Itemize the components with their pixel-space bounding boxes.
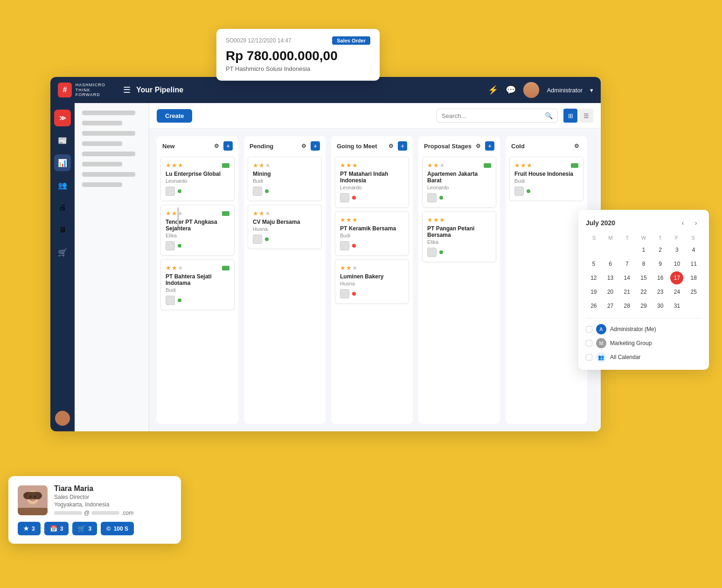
column-settings-pending[interactable]: ⚙	[299, 141, 309, 151]
list-view-button[interactable]: ☰	[579, 109, 593, 123]
calendar-day-14[interactable]: 14	[620, 271, 633, 284]
calendar-day-10[interactable]: 10	[670, 257, 683, 270]
nav-line-6	[82, 162, 122, 166]
grid-view-button[interactable]: ⊞	[563, 109, 577, 123]
calendar-day-17[interactable]: 17	[670, 271, 683, 284]
chat-icon[interactable]: 💬	[506, 85, 516, 95]
calendar-day-16[interactable]: 16	[654, 271, 667, 284]
sidebar-item-users[interactable]: 👥	[54, 177, 71, 194]
calendar-day-12[interactable]: 12	[587, 271, 600, 284]
search-input[interactable]	[442, 112, 545, 119]
profile-credits-button[interactable]: © 100 S	[101, 522, 134, 535]
calendar-day-21[interactable]: 21	[620, 285, 633, 298]
column-title-going: Going to Meet	[337, 143, 377, 150]
calendar-day-27[interactable]: 27	[604, 299, 617, 312]
profile-calendar-button[interactable]: 📅 3	[44, 522, 69, 535]
calendar-day-18[interactable]: 18	[687, 271, 700, 284]
calendar-prev[interactable]: ‹	[677, 217, 688, 228]
sidebar-item-print[interactable]: 🖨	[54, 199, 71, 216]
sidebar-item-cart[interactable]: 🛒	[54, 244, 71, 261]
sidebar-item-notifications[interactable]: ≫	[54, 110, 71, 126]
credits-icon: ©	[106, 525, 111, 532]
calendar-day-13[interactable]: 13	[604, 271, 617, 284]
card-flag	[222, 266, 229, 270]
card-title: Apartemen Jakarta Barat	[427, 171, 491, 184]
calendar-checkbox-all[interactable]	[586, 354, 592, 360]
calendar-day-25[interactable]: 25	[687, 285, 700, 298]
nav-line-8	[82, 182, 122, 187]
column-actions-cold: ⚙	[571, 141, 582, 151]
profile-stars-button[interactable]: ★ 3	[18, 522, 41, 535]
card-cv-maju[interactable]: ★ ★ ★ CV Maju Bersama Husna	[248, 205, 322, 249]
calendar-day-30[interactable]: 30	[654, 299, 667, 312]
calendar-checkbox-admin[interactable]	[586, 326, 592, 332]
main-content: ≫ 📰 📊 👥 🖨 🖥 🛒	[50, 103, 601, 431]
column-settings-new[interactable]: ⚙	[211, 141, 222, 151]
card-luminen[interactable]: ★ ★ ★ Luminen Bakery Husna	[335, 259, 409, 304]
column-add-going[interactable]: +	[398, 141, 407, 151]
column-settings-going[interactable]: ⚙	[386, 141, 396, 151]
calendar-day-24[interactable]: 24	[670, 285, 683, 298]
create-button[interactable]: Create	[157, 109, 192, 123]
column-settings-proposal[interactable]: ⚙	[473, 141, 483, 151]
calendar-day-2[interactable]: 2	[654, 243, 667, 256]
column-add-proposal[interactable]: +	[485, 141, 494, 151]
card-title: Lu Enterprise Global	[166, 171, 229, 177]
status-dot	[439, 250, 443, 254]
calendar-day-6[interactable]: 6	[604, 257, 617, 270]
card-lu-enterprise[interactable]: ★ ★ ★ Lu Enterprise Global Leonardo	[160, 157, 235, 201]
profile-cart-button[interactable]: 🛒 3	[72, 522, 97, 535]
calendar-day-23[interactable]: 23	[654, 285, 667, 298]
card-pangan[interactable]: ★ ★ ★ PT Pangan Petani Bersama Elika	[422, 211, 496, 262]
card-stars: ★ ★ ★	[514, 162, 532, 169]
calendar-day-19[interactable]: 19	[587, 285, 600, 298]
calendar-day-15[interactable]: 15	[637, 271, 650, 284]
calendar-day-1[interactable]: 1	[637, 243, 650, 256]
calendar-day-8[interactable]: 8	[637, 257, 650, 270]
calendar-day-11[interactable]: 11	[687, 257, 700, 270]
calendar-day-28[interactable]: 28	[620, 299, 633, 312]
card-apartemen[interactable]: ★ ★ ★ Apartemen Jakarta Barat Leonardo	[422, 157, 496, 208]
app-window: # HASHMICRO THINK FORWARD ☰ Your Pipelin…	[50, 77, 601, 431]
calendar-day-9[interactable]: 9	[654, 257, 667, 270]
column-settings-cold[interactable]: ⚙	[571, 141, 582, 151]
calendar-day-3[interactable]: 3	[670, 243, 683, 256]
calendar-day-26[interactable]: 26	[587, 299, 600, 312]
column-add-new[interactable]: +	[223, 141, 233, 151]
sidebar-item-monitor[interactable]: 🖥	[54, 221, 71, 238]
calendar-day-31[interactable]: 31	[670, 299, 683, 312]
column-header-cold: Cold ⚙	[506, 136, 587, 154]
calendar-next[interactable]: ›	[690, 217, 701, 228]
sidebar-item-reports[interactable]: 📰	[54, 132, 71, 149]
calendar-checkbox-marketing[interactable]	[586, 340, 592, 346]
sidebar-item-chart[interactable]: 📊	[54, 154, 71, 171]
card-fruit-house[interactable]: ★ ★ ★ Fruit House Indonesia Budi	[509, 157, 583, 201]
lightning-icon[interactable]: ⚡	[488, 85, 498, 95]
card-person: Budi	[340, 233, 404, 238]
svg-rect-5	[23, 492, 42, 499]
calendar-list: A Administrator (Me) M Marketing Group 👥…	[586, 324, 701, 362]
card-bahtera[interactable]: ★ ★ ★ PT Bahtera Sejati Indotama Budi	[160, 259, 235, 310]
sidebar-user-avatar[interactable]	[55, 411, 70, 426]
admin-avatar[interactable]	[523, 82, 539, 98]
calendar-day-7[interactable]: 7	[620, 257, 633, 270]
card-avatar	[340, 241, 349, 250]
column-add-pending[interactable]: +	[311, 141, 320, 151]
avatar-face	[523, 82, 539, 98]
calendar-day-20[interactable]: 20	[604, 285, 617, 298]
card-keramik[interactable]: ★ ★ ★ PT Keramik Bersama Budi	[335, 211, 409, 256]
calendar-day-29[interactable]: 29	[637, 299, 650, 312]
status-dot	[352, 292, 356, 296]
calendar-day-5[interactable]: 5	[587, 257, 600, 270]
card-stars: ★ ★ ★	[340, 264, 358, 271]
card-matahari[interactable]: ★ ★ ★ PT Matahari Indah Indonesia Leonar…	[335, 157, 409, 208]
admin-dropdown-icon[interactable]: ▾	[590, 87, 593, 94]
logo-text: HASHMICRO THINK FORWARD	[76, 83, 114, 97]
card-mining[interactable]: ★ ★ ★ Mining Budi	[248, 157, 322, 201]
calendar-day-4[interactable]: 4	[687, 243, 700, 256]
hamburger-icon[interactable]: ☰	[123, 85, 131, 95]
card-tender-angkasa[interactable]: ★ ★ ★ Tender PT Angkasa Sejahtera Elika	[160, 205, 235, 256]
nav-line-7	[82, 172, 135, 177]
logo-icon: #	[58, 83, 72, 97]
calendar-day-22[interactable]: 22	[637, 285, 650, 298]
